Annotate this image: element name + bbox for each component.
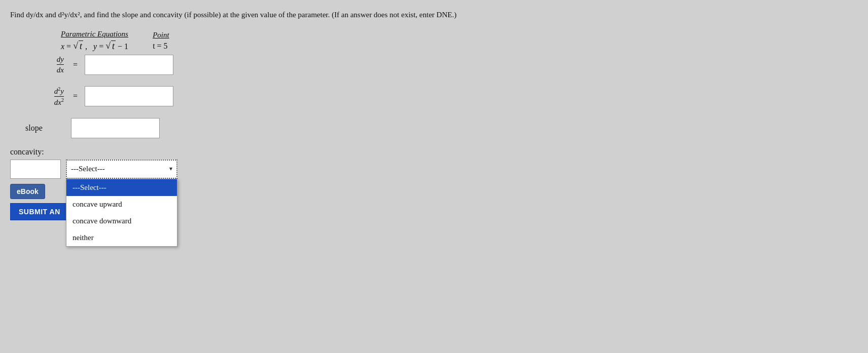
concavity-select-wrapper: ---Select--- ▾ ---Select--- concave upwa…	[66, 160, 177, 179]
dy-denominator: dx	[57, 65, 64, 74]
param-minus-1: − 1	[118, 42, 128, 50]
param-eq: x = √t , y = √t − 1	[61, 41, 128, 52]
dy-numerator: dy	[57, 55, 64, 65]
point-section: Point t = 5	[153, 31, 169, 51]
dy-dx-row: dy dx =	[25, 55, 858, 75]
d2y-dx2-row: d2y dx2 =	[25, 86, 858, 107]
dropdown-option-concave-upward[interactable]: concave upward	[66, 196, 177, 213]
d2y-numerator: d2y	[54, 86, 64, 97]
page: Find dy/dx and d²y/dx², and find the slo…	[0, 0, 868, 353]
slope-row: slope	[25, 118, 858, 138]
d2y-denominator: dx2	[54, 97, 64, 107]
concavity-select-trigger[interactable]: ---Select--- ▾	[66, 160, 177, 179]
ebook-button[interactable]: eBook	[10, 184, 45, 199]
sqrt-t-minus-1: √t	[105, 41, 116, 52]
d2y-dx2-input[interactable]	[85, 86, 173, 106]
concavity-text-input[interactable]	[10, 160, 61, 179]
concavity-row: ---Select--- ▾ ---Select--- concave upwa…	[10, 160, 858, 179]
problem-header: Parametric Equations x = √t , y = √t − 1…	[61, 30, 858, 52]
chevron-down-icon: ▾	[169, 165, 172, 173]
param-label: Parametric Equations	[61, 30, 128, 38]
d2y-dx2-fraction: d2y dx2	[54, 86, 64, 107]
point-value: t = 5	[153, 42, 167, 51]
dropdown-option-concave-downward[interactable]: concave downward	[66, 213, 177, 229]
dropdown-option-select[interactable]: ---Select---	[66, 179, 177, 196]
d2y-dx2-equals: =	[73, 92, 78, 101]
concavity-dropdown-list: ---Select--- concave upward concave down…	[66, 179, 177, 247]
dropdown-option-neither[interactable]: neither	[66, 229, 177, 246]
point-label: Point	[153, 31, 169, 40]
submit-button[interactable]: SUBMIT AN	[10, 203, 69, 220]
dy-dx-equals: =	[73, 60, 78, 69]
dy-dx-fraction: dy dx	[57, 55, 64, 74]
sqrt-t: √t	[73, 41, 83, 52]
instruction-text: Find dy/dx and d²y/dx², and find the slo…	[10, 9, 466, 21]
select-trigger-text: ---Select---	[71, 165, 105, 173]
slope-input[interactable]	[71, 118, 160, 138]
dy-dx-input[interactable]	[85, 55, 173, 75]
concavity-label: concavity:	[10, 147, 858, 156]
slope-label: slope	[25, 124, 66, 133]
param-section: Parametric Equations x = √t , y = √t − 1	[61, 30, 128, 52]
param-x: x =	[61, 42, 73, 50]
param-comma: , y =	[85, 42, 105, 50]
